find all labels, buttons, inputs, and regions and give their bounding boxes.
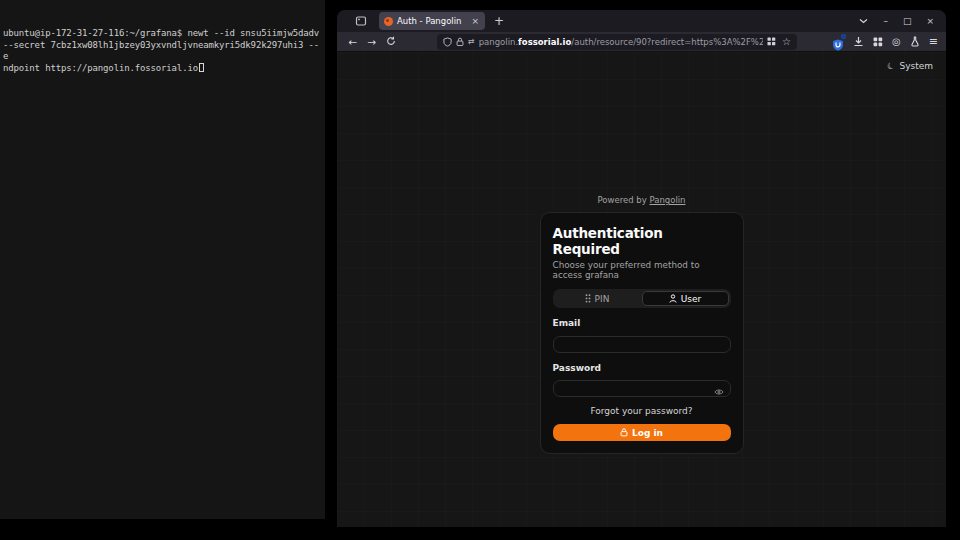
list-tabs-chevron-icon[interactable]: [859, 18, 868, 24]
user-icon: [669, 294, 677, 303]
labs-flask-icon[interactable]: [910, 32, 920, 51]
back-button[interactable]: ←: [345, 36, 361, 48]
terminal-line: --secret 7cbz1xw08lh1jbzey03yxvndljvneam…: [3, 40, 322, 63]
urlbar-end-icons: ☆: [767, 36, 791, 47]
tracking-shield-icon[interactable]: [443, 37, 452, 47]
firefox-view-icon[interactable]: [353, 13, 369, 29]
reader-grid-icon[interactable]: [767, 37, 776, 46]
password-label: Password: [553, 363, 731, 373]
https-lock-icon[interactable]: [456, 37, 464, 47]
tab-close-icon[interactable]: ×: [470, 16, 480, 26]
browser-tab-auth-pangolin[interactable]: Auth - Pangolin ×: [379, 12, 485, 30]
browser-window: Auth - Pangolin × + – □ × ← →: [337, 10, 946, 527]
powered-by: Powered by Pangolin: [540, 195, 744, 205]
tab-pin[interactable]: PIN: [555, 291, 640, 306]
theme-toggle[interactable]: ☾ System: [887, 61, 933, 71]
minimize-button[interactable]: –: [883, 17, 888, 26]
account-circle-icon[interactable]: ◎: [892, 36, 901, 47]
card-subtitle: Choose your preferred method to access g…: [553, 260, 731, 280]
lock-icon: [620, 428, 628, 437]
terminal-window[interactable]: ubuntu@ip-172-31-27-116:~/grafana$ newt …: [0, 0, 325, 519]
tabbar-right-controls: – □ ×: [859, 17, 934, 26]
maximize-button[interactable]: □: [903, 17, 912, 26]
pangolin-link[interactable]: Pangolin: [649, 195, 685, 205]
close-button[interactable]: ×: [926, 17, 934, 26]
powered-by-text: Powered by: [597, 195, 649, 205]
tab-user[interactable]: User: [642, 291, 729, 306]
tab-user-label: User: [681, 294, 702, 304]
password-field[interactable]: [553, 380, 731, 397]
bookmark-star-icon[interactable]: ☆: [782, 36, 791, 47]
email-input-wrap: [553, 332, 731, 353]
login-button[interactable]: Log in: [553, 424, 731, 441]
browser-toolbar: ← → ⇄ pangolin.fossorial.io/auth/resourc…: [337, 32, 946, 52]
show-password-eye-icon[interactable]: [714, 381, 724, 400]
card-title: Authentication Required: [553, 225, 731, 257]
moon-icon: ☾: [886, 60, 898, 72]
password-input-wrap: [553, 377, 731, 398]
terminal-cursor: [199, 63, 204, 72]
url-bar[interactable]: ⇄ pangolin.fossorial.io/auth/resource/90…: [437, 34, 797, 50]
password-manager-extension-icon[interactable]: [832, 36, 844, 48]
menu-icon[interactable]: ≡: [929, 35, 938, 48]
auth-method-tabs: PIN User: [553, 289, 731, 308]
forward-button[interactable]: →: [364, 36, 380, 48]
forgot-password-link[interactable]: Forgot your password?: [553, 406, 731, 416]
permissions-swap-icon[interactable]: ⇄: [468, 37, 475, 46]
reload-button[interactable]: [383, 36, 399, 48]
terminal-line: ndpoint https://pangolin.fossorial.io: [3, 63, 198, 73]
tab-bar: Auth - Pangolin × + – □ ×: [337, 10, 946, 32]
extension-badge: [841, 34, 846, 39]
new-tab-button[interactable]: +: [494, 14, 504, 28]
auth-section: Powered by Pangolin Authentication Requi…: [540, 195, 744, 454]
terminal-line: ubuntu@ip-172-31-27-116:~/grafana$ newt …: [3, 28, 322, 40]
pangolin-favicon: [384, 17, 393, 26]
page-content: ☾ System Powered by Pangolin Authenticat…: [337, 52, 946, 527]
auth-card: Authentication Required Choose your pref…: [540, 212, 744, 454]
extensions-grid-icon[interactable]: [873, 32, 883, 51]
url-text: pangolin.fossorial.io/auth/resource/90?r…: [479, 37, 763, 47]
theme-toggle-label: System: [899, 61, 933, 71]
login-button-label: Log in: [632, 428, 663, 438]
email-label: Email: [553, 318, 731, 328]
tab-title: Auth - Pangolin: [397, 16, 466, 26]
email-field[interactable]: [553, 336, 731, 353]
dialpad-icon: [585, 294, 591, 303]
toolbar-right-icons: ◎ ≡: [832, 32, 938, 51]
downloads-icon[interactable]: [853, 32, 864, 51]
tab-pin-label: PIN: [595, 294, 610, 304]
